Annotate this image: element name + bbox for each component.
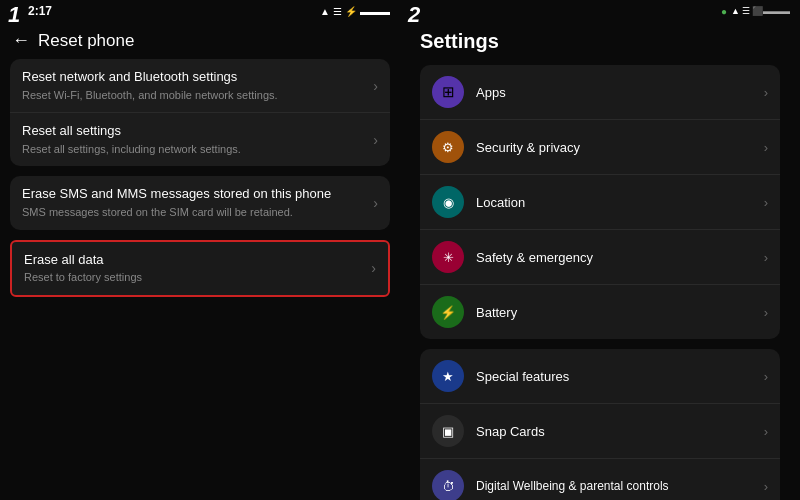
panel-number-1: 1	[8, 2, 20, 28]
battery-item[interactable]: ⚡ Battery ›	[420, 285, 780, 339]
erase-sms-text: Erase SMS and MMS messages stored on thi…	[22, 186, 367, 219]
reset-network-item[interactable]: Reset network and Bluetooth settings Res…	[10, 59, 390, 113]
erase-all-subtitle: Reset to factory settings	[24, 270, 365, 284]
status-bar-right: 2 ● ▲☰⬛▬▬▬	[400, 0, 800, 22]
status-bar-left: 1 2:17 ▲☰⚡▬▬▬	[0, 0, 400, 22]
status-icons-right: ▲☰⬛▬▬▬	[731, 6, 790, 16]
panel-number-2: 2	[408, 2, 420, 28]
snap-icon: ▣	[432, 415, 464, 447]
reset-all-title: Reset all settings	[22, 123, 367, 140]
reset-all-text: Reset all settings Reset all settings, i…	[22, 123, 367, 156]
erase-sms-title: Erase SMS and MMS messages stored on thi…	[22, 186, 367, 203]
location-label: Location	[476, 195, 764, 210]
chevron-icon: ›	[764, 305, 768, 320]
snap-label: Snap Cards	[476, 424, 764, 439]
settings-page-title: Settings	[400, 22, 800, 59]
erase-all-text: Erase all data Reset to factory settings	[24, 252, 365, 285]
settings-content: ⊞ Apps › ⚙ Security & privacy › ◉ Locati…	[400, 59, 800, 500]
wellbeing-label: Digital Wellbeing & parental controls	[476, 479, 764, 493]
reset-all-subtitle: Reset all settings, including network se…	[22, 142, 367, 156]
special-label: Special features	[476, 369, 764, 384]
apps-icon: ⊞	[432, 76, 464, 108]
erase-sms-subtitle: SMS messages stored on the SIM card will…	[22, 205, 367, 219]
security-icon: ⚙	[432, 131, 464, 163]
reset-phone-content: Reset network and Bluetooth settings Res…	[0, 59, 400, 500]
wellbeing-icon: ⏱	[432, 470, 464, 500]
chevron-icon: ›	[764, 195, 768, 210]
chevron-icon: ›	[373, 195, 378, 211]
chevron-icon: ›	[371, 260, 376, 276]
safety-item[interactable]: ✳ Safety & emergency ›	[420, 230, 780, 285]
right-panel: 2 ● ▲☰⬛▬▬▬ Settings ⊞ Apps › ⚙ Security …	[400, 0, 800, 500]
battery-icon: ⚡	[432, 296, 464, 328]
safety-icon: ✳	[432, 241, 464, 273]
security-item[interactable]: ⚙ Security & privacy ›	[420, 120, 780, 175]
snap-cards-item[interactable]: ▣ Snap Cards ›	[420, 404, 780, 459]
special-features-item[interactable]: ★ Special features ›	[420, 349, 780, 404]
settings-group-a: ⊞ Apps › ⚙ Security & privacy › ◉ Locati…	[420, 65, 780, 339]
chevron-icon: ›	[764, 250, 768, 265]
safety-label: Safety & emergency	[476, 250, 764, 265]
chevron-icon: ›	[764, 140, 768, 155]
location-item[interactable]: ◉ Location ›	[420, 175, 780, 230]
erase-sms-item[interactable]: Erase SMS and MMS messages stored on thi…	[10, 176, 390, 229]
apps-label: Apps	[476, 85, 764, 100]
status-icons-left: ▲☰⚡▬▬▬	[320, 6, 390, 17]
location-icon: ◉	[432, 186, 464, 218]
back-button[interactable]: ←	[12, 30, 30, 51]
battery-label: Battery	[476, 305, 764, 320]
erase-all-title: Erase all data	[24, 252, 365, 269]
chevron-icon: ›	[373, 78, 378, 94]
chevron-icon: ›	[764, 479, 768, 494]
reset-network-text: Reset network and Bluetooth settings Res…	[22, 69, 367, 102]
reset-network-title: Reset network and Bluetooth settings	[22, 69, 367, 86]
chevron-icon: ›	[373, 132, 378, 148]
security-label: Security & privacy	[476, 140, 764, 155]
chevron-icon: ›	[764, 369, 768, 384]
page-title-left: Reset phone	[38, 31, 134, 51]
reset-network-subtitle: Reset Wi-Fi, Bluetooth, and mobile netwo…	[22, 88, 367, 102]
chevron-icon: ›	[764, 85, 768, 100]
apps-item[interactable]: ⊞ Apps ›	[420, 65, 780, 120]
left-panel: 1 2:17 ▲☰⚡▬▬▬ ← Reset phone Reset networ…	[0, 0, 400, 500]
settings-group-b: ★ Special features › ▣ Snap Cards › ⏱ Di…	[420, 349, 780, 500]
reset-options-group: Reset network and Bluetooth settings Res…	[10, 59, 390, 166]
wellbeing-item[interactable]: ⏱ Digital Wellbeing & parental controls …	[420, 459, 780, 500]
header-bar-left: ← Reset phone	[0, 22, 400, 59]
erase-sms-group: Erase SMS and MMS messages stored on thi…	[10, 176, 390, 229]
special-icon: ★	[432, 360, 464, 392]
chevron-icon: ›	[764, 424, 768, 439]
reset-all-settings-item[interactable]: Reset all settings Reset all settings, i…	[10, 113, 390, 166]
erase-all-data-item[interactable]: Erase all data Reset to factory settings…	[10, 240, 390, 297]
